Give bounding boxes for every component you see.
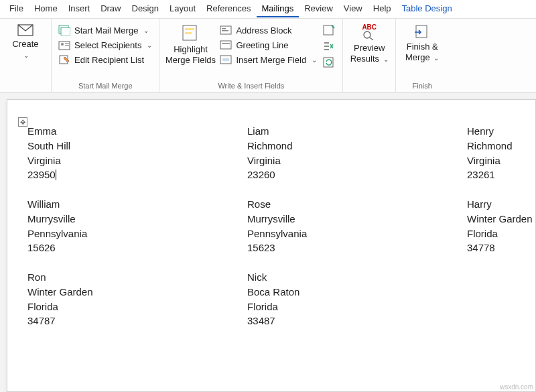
label-name: Liam <box>247 124 467 139</box>
start-mail-merge-label: Start Mail Merge <box>74 25 138 36</box>
finish-merge-label1: Finish & <box>407 42 438 52</box>
finish-merge-button[interactable]: Finish &Merge ⌄ <box>400 21 444 65</box>
svg-rect-14 <box>220 41 231 49</box>
address-block-button[interactable]: Address Block <box>218 24 318 36</box>
highlight-merge-fields-label: Highlight Merge Fields <box>165 44 216 65</box>
svg-rect-10 <box>185 32 192 34</box>
select-recipients-button[interactable]: Select Recipients ⌄ <box>57 39 153 51</box>
group-preview-results: ABC PreviewResults ⌄ <box>343 19 396 92</box>
svg-rect-9 <box>185 28 194 30</box>
svg-rect-13 <box>222 30 228 31</box>
label-city: Boca Raton <box>247 285 467 300</box>
label-state: Pennsylvania <box>27 226 247 241</box>
label-cell[interactable]: LiamRichmondVirginia23260 <box>247 124 467 182</box>
label-zip: 34778 <box>467 241 535 255</box>
insert-field-icon <box>220 54 232 65</box>
tab-table-design[interactable]: Table Design <box>397 1 458 17</box>
svg-rect-21 <box>416 25 427 38</box>
envelope-icon <box>17 24 34 36</box>
finish-merge-label2: Merge <box>405 52 430 62</box>
label-state: Florida <box>247 300 467 314</box>
label-name: Ron <box>27 270 247 285</box>
label-cell[interactable]: HenryRichmondVirginia23261 <box>467 124 535 182</box>
greeting-line-button[interactable]: Greeting Line <box>218 39 318 51</box>
label-state: Virginia <box>27 153 247 168</box>
insert-merge-field-button[interactable]: Insert Merge Field ⌄ <box>218 54 318 66</box>
tab-file[interactable]: File <box>4 1 29 17</box>
tab-mailings[interactable]: Mailings <box>257 1 299 17</box>
tab-insert[interactable]: Insert <box>63 1 96 17</box>
group-preview-label <box>347 80 391 92</box>
create-button[interactable]: Create⌄ <box>4 21 47 62</box>
label-city: Richmond <box>247 139 467 153</box>
group-write-insert: Highlight Merge Fields Address Block Gre… <box>159 19 343 92</box>
label-cell[interactable]: EmmaSouth HillVirginia23950 <box>27 124 247 182</box>
label-cell[interactable]: HarryWinter GardenFlorida34778 <box>467 197 535 255</box>
tab-layout[interactable]: Layout <box>164 1 201 17</box>
tab-home[interactable]: Home <box>29 1 63 17</box>
label-name: William <box>27 197 247 212</box>
highlight-icon <box>182 24 199 42</box>
tab-help[interactable]: Help <box>368 1 397 17</box>
group-create: Create⌄ <box>0 19 52 92</box>
label-zip: 15626 <box>27 241 247 255</box>
group-finish-label: Finish <box>400 80 444 92</box>
match-fields-icon[interactable] <box>322 40 336 52</box>
finish-merge-icon <box>413 24 431 39</box>
group-write-insert-label: Write & Insert Fields <box>163 80 338 92</box>
group-create-label <box>4 80 47 92</box>
edit-recipient-list-button[interactable]: Edit Recipient List <box>57 54 153 66</box>
label-cell[interactable]: WilliamMurrysvillePennsylvania15626 <box>27 197 247 255</box>
label-zip: 34787 <box>27 314 247 328</box>
highlight-merge-fields-button[interactable]: Highlight Merge Fields <box>163 21 217 68</box>
tab-view[interactable]: View <box>338 1 368 17</box>
watermark: wsxdn.com <box>500 383 533 391</box>
start-mail-merge-button[interactable]: Start Mail Merge ⌄ <box>57 24 153 36</box>
label-cell[interactable]: RonWinter GardenFlorida34787 <box>27 270 247 328</box>
label-zip: 33487 <box>247 314 467 328</box>
chevron-down-icon: ⌄ <box>23 52 29 59</box>
label-zip: 23260 <box>247 168 467 182</box>
tab-references[interactable]: References <box>201 1 256 17</box>
label-name: Henry <box>467 124 535 139</box>
svg-rect-12 <box>222 28 226 29</box>
greeting-line-icon <box>220 40 232 50</box>
tab-review[interactable]: Review <box>299 1 338 17</box>
label-city: Winter Garden <box>467 212 535 226</box>
label-name: Harry <box>467 197 535 212</box>
menu-bar: File Home Insert Draw Design Layout Refe… <box>0 0 536 19</box>
label-name: Nick <box>247 270 467 285</box>
rules-icon[interactable] <box>322 24 336 36</box>
label-state: Florida <box>467 226 535 241</box>
label-cell[interactable]: NickBoca RatonFlorida33487 <box>247 270 467 328</box>
tab-design[interactable]: Design <box>127 1 164 17</box>
table-move-handle-icon[interactable]: ✥ <box>18 117 27 127</box>
chevron-down-icon: ⌄ <box>147 42 152 49</box>
label-state: Florida <box>27 300 247 314</box>
svg-rect-18 <box>324 25 333 35</box>
label-zip: 15623 <box>247 241 467 255</box>
label-city: Murrysville <box>247 212 467 226</box>
label-name: Rose <box>247 197 467 212</box>
page[interactable]: ✥ EmmaSouth HillVirginia23950LiamRichmon… <box>7 99 536 392</box>
labels-table[interactable]: EmmaSouth HillVirginia23950LiamRichmondV… <box>27 124 535 328</box>
update-labels-icon[interactable] <box>322 56 336 68</box>
label-zip: 23261 <box>467 168 535 182</box>
label-cell[interactable] <box>467 270 535 328</box>
preview-results-label2: Results <box>350 54 379 64</box>
group-start-mail-merge: Start Mail Merge ⌄ Select Recipients ⌄ E… <box>52 19 159 92</box>
insert-merge-field-label: Insert Merge Field <box>236 55 306 65</box>
label-state: Virginia <box>247 153 467 168</box>
label-city: South Hill <box>27 139 247 153</box>
preview-results-button[interactable]: ABC PreviewResults ⌄ <box>347 21 391 66</box>
svg-point-20 <box>364 31 371 38</box>
label-state: Pennsylvania <box>247 226 467 241</box>
document-area: ✥ EmmaSouth HillVirginia23950LiamRichmon… <box>0 92 536 392</box>
greeting-line-label: Greeting Line <box>236 40 288 50</box>
label-cell[interactable]: RoseMurrysvillePennsylvania15623 <box>247 197 467 255</box>
preview-results-label1: Preview <box>354 43 385 53</box>
tab-draw[interactable]: Draw <box>95 1 126 17</box>
group-start-mail-merge-label: Start Mail Merge <box>56 80 155 92</box>
address-block-label: Address Block <box>236 25 291 36</box>
magnifier-icon <box>362 31 376 40</box>
